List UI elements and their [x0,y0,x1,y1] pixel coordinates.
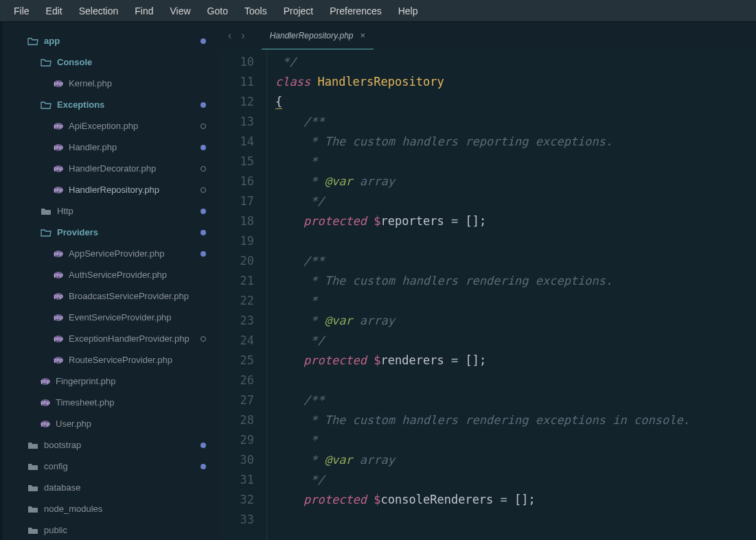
tree-item-label: RouteServiceProvider.php [69,355,172,365]
line-number: 23 [218,311,254,331]
modified-dot-icon [201,251,206,257]
code-line[interactable]: protected $renderers = []; [275,351,756,371]
tree-item-label: Exceptions [57,99,104,110]
line-number: 22 [218,291,254,311]
code-area[interactable]: 1011121314151617181920212223242526272829… [218,49,756,540]
tree-item-handlerrepository-php[interactable]: phpHandlerRepository.php [3,179,218,200]
tree-item-label: Providers [57,227,98,237]
modified-dot-icon [201,464,206,469]
code-line[interactable]: protected $consoleRenderers = []; [275,490,756,510]
modified-dot-icon [201,230,206,235]
menu-edit[interactable]: Edit [38,3,71,19]
code-line[interactable]: */ [275,52,756,72]
modified-dot-icon [201,102,206,108]
nav-forward-icon[interactable]: › [238,28,247,43]
tab-bar: ‹ › HandlerRepository.php × [218,22,756,49]
tree-item-providers[interactable]: Providers [3,222,218,243]
tree-item-routeserviceprovider-php[interactable]: phpRouteServiceProvider.php [3,349,218,371]
php-file-icon: php [54,187,63,193]
tree-item-user-php[interactable]: phpUser.php [3,413,218,434]
code-line[interactable]: * The custom handlers rendering exceptio… [275,271,756,291]
file-tree-sidebar[interactable]: appConsolephpKernel.phpExceptionsphpApiE… [0,22,218,540]
line-number: 21 [218,271,254,291]
nav-arrows: ‹ › [225,28,248,43]
php-file-icon: php [54,272,63,279]
code-content[interactable]: */class HandlersRepository{ /** * The cu… [266,49,756,540]
php-file-icon: php [41,421,50,427]
code-line[interactable]: * [275,152,756,172]
line-number: 30 [218,450,254,470]
tree-item-config[interactable]: config [3,456,218,477]
menu-help[interactable]: Help [390,3,426,19]
code-line[interactable]: { [275,92,756,112]
tree-item-appserviceprovider-php[interactable]: phpAppServiceProvider.php [3,243,218,264]
code-line[interactable]: * @var array [275,450,756,470]
php-file-icon: php [54,314,63,321]
menu-view[interactable]: View [162,3,199,19]
menu-selection[interactable]: Selection [71,3,127,19]
untracked-ring-icon [201,336,206,342]
code-line[interactable]: */ [275,191,756,211]
tree-item-handlerdecorator-php[interactable]: phpHandlerDecorator.php [3,158,218,179]
tree-item-kernel-php[interactable]: phpKernel.php [3,73,218,94]
menu-find[interactable]: Find [126,3,161,19]
tree-item-label: User.php [56,419,91,429]
code-line[interactable] [275,371,756,390]
modified-dot-icon [201,38,206,44]
code-line[interactable]: /** [275,390,756,410]
tree-item-authserviceprovider-php[interactable]: phpAuthServiceProvider.php [3,264,218,285]
folder-closed-icon [27,505,38,513]
code-line[interactable]: class HandlersRepository [275,72,756,92]
nav-back-icon[interactable]: ‹ [225,28,234,43]
code-line[interactable]: /** [275,251,756,271]
menu-project[interactable]: Project [275,3,322,19]
tree-item-exceptions[interactable]: Exceptions [3,94,218,115]
tree-item-console[interactable]: Console [3,51,218,73]
tree-item-apiexception-php[interactable]: phpApiException.php [3,115,218,137]
menu-file[interactable]: File [5,3,38,19]
code-line[interactable] [275,510,756,530]
menu-tools[interactable]: Tools [236,3,275,19]
line-number: 19 [218,231,254,251]
workspace: appConsolephpKernel.phpExceptionsphpApiE… [0,22,756,540]
tree-item-label: Fingerprint.php [56,376,115,386]
tree-item-eventserviceprovider-php[interactable]: phpEventServiceProvider.php [3,307,218,328]
code-line[interactable]: protected $reporters = []; [275,211,756,231]
code-line[interactable]: * @var array [275,311,756,331]
tree-item-app[interactable]: app [3,30,218,51]
code-line[interactable]: * [275,430,756,450]
tree-item-label: EventServiceProvider.php [69,312,172,322]
line-number: 14 [218,132,254,152]
tree-item-database[interactable]: database [3,477,218,498]
menu-preferences[interactable]: Preferences [321,3,389,19]
tree-item-handler-php[interactable]: phpHandler.php [3,137,218,158]
tree-item-bootstrap[interactable]: bootstrap [3,434,218,456]
tree-item-label: HandlerDecorator.php [69,163,156,174]
folder-open-icon [41,58,51,67]
tree-item-broadcastserviceprovider-php[interactable]: phpBroadcastServiceProvider.php [3,285,218,307]
code-line[interactable] [275,231,756,251]
tree-item-timesheet-php[interactable]: phpTimesheet.php [3,392,218,413]
close-icon[interactable]: × [360,30,366,40]
tree-item-exceptionhandlerprovider-php[interactable]: phpExceptionHandlerProvider.php [3,328,218,349]
code-line[interactable]: * [275,291,756,311]
tree-item-label: Http [57,206,73,216]
tree-item-public[interactable]: public [3,519,218,540]
tree-item-fingerprint-php[interactable]: phpFingerprint.php [3,371,218,392]
tree-item-http[interactable]: Http [3,200,218,222]
code-line[interactable]: * @var array [275,172,756,191]
line-number: 33 [218,510,254,530]
untracked-ring-icon [201,187,206,193]
tab-active[interactable]: HandlerRepository.php × [262,22,374,49]
php-file-icon: php [54,357,63,364]
code-line[interactable]: * The custom handlers reporting exceptio… [275,132,756,152]
code-line[interactable]: /** [275,112,756,132]
code-line[interactable]: */ [275,331,756,351]
tree-item-node-modules[interactable]: node_modules [3,498,218,519]
menu-goto[interactable]: Goto [199,3,236,19]
code-line[interactable]: */ [275,470,756,490]
php-file-icon: php [54,80,63,87]
modified-dot-icon [201,145,206,150]
code-line[interactable]: * The custom handlers rendering exceptio… [275,410,756,430]
line-number: 16 [218,172,254,191]
